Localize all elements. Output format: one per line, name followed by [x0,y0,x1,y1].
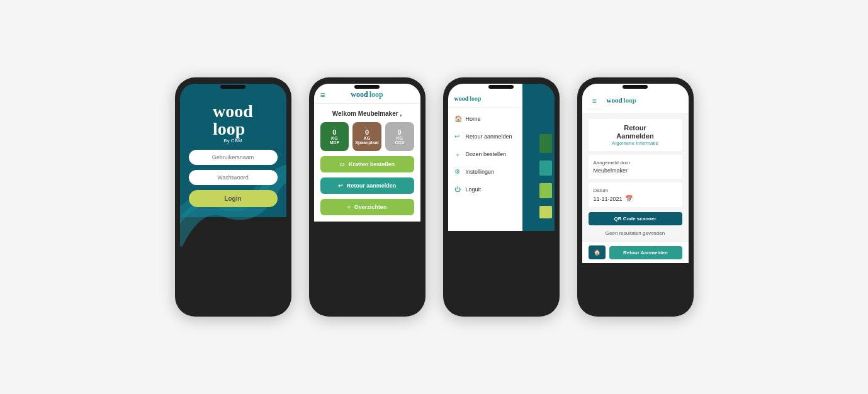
logo-cbm: By CBM [223,138,242,144]
aangemeld-door-value: Meubelmaker [594,167,677,174]
logo-loop: loop [213,120,245,138]
p4-title-box: RetourAanmelden Algomene Informatie [589,119,682,151]
phone3-right-panel [522,84,555,231]
color-bar-2 [539,160,552,176]
password-input[interactable] [189,170,278,185]
aangemeld-door-label: Aangemeld door [594,160,677,166]
p4-header: ≡ wood loop [582,84,689,114]
phone-4-screen: ≡ wood loop RetourAanmelden Algomene Inf… [582,84,689,310]
kratten-btn[interactable]: ▭ Kratten bestellen [320,156,414,172]
home-icon: 🏠 [454,115,462,123]
login-logo-area: wood loop By CBM [213,103,253,150]
login-screen: wood loop By CBM Login [180,84,286,217]
header-logo-wood: wood [351,90,368,99]
phone-2-screen: ≡ wood loop Welkom Meubelmaker , 0 KG MD… [314,84,420,310]
menu-item-instellingen[interactable]: ⚙ Instellingen [448,163,522,181]
sidebar-logo-wood: wood [454,95,469,102]
color-bar-4 [539,206,552,218]
menu-item-retour[interactable]: ↩ Retour aanmelden [448,128,522,145]
hamburger-icon[interactable]: ≡ [320,90,325,100]
p4-logo-wood: wood [607,96,623,104]
p4-hamburger-icon[interactable]: ≡ [587,90,602,110]
retour-aanmelden-screen: ≡ wood loop RetourAanmelden Algomene Inf… [582,84,689,263]
sidebar-header: wood loop [448,90,522,108]
sidebar-logo-loop: loop [470,95,481,102]
menu-item-loguit[interactable]: ⏻ Loguit [448,181,522,198]
phone-3: wood loop 🏠 Home ↩ Retour aanmelden ＋ [443,77,560,317]
p4-content: RetourAanmelden Algomene Informatie Aang… [582,114,689,241]
p4-logo-loop: loop [624,96,636,104]
menu-item-dozen[interactable]: ＋ Dozen bestellen [448,145,522,163]
datum-box: Datum 11-11-2021 📅 [589,183,682,207]
color-bar-1 [539,134,552,153]
stat-spaanplaat: 0 KG Spaanplaat [352,122,381,151]
loguit-icon: ⏻ [454,186,462,193]
dashboard-screen: ≡ wood loop Welkom Meubelmaker , 0 KG MD… [314,84,420,222]
datum-label: Datum [594,188,677,193]
p4-retour-aanmelden-button[interactable]: Retour Aanmelden [609,246,682,259]
username-input[interactable] [189,150,278,165]
sidebar-menu: wood loop 🏠 Home ↩ Retour aanmelden ＋ [448,84,522,231]
phone-2: ≡ wood loop Welkom Meubelmaker , 0 KG MD… [309,77,426,317]
phone-1-screen: wood loop By CBM Login [180,84,286,310]
overzichten-icon: ≡ [347,204,351,210]
qr-scanner-button[interactable]: QR Code scanner [589,212,682,225]
logo-wood: wood [213,103,253,120]
retour-menu-icon: ↩ [454,133,462,140]
datum-value: 11-11-2021 [594,196,623,202]
stat-co2: 0 KG CO2 [385,122,414,151]
welcome-text: Welkom Meubelmaker , [320,110,414,117]
p4-subtitle: Algomene Informatie [594,140,677,146]
p4-header-logo: wood loop [607,96,636,104]
menu-item-home[interactable]: 🏠 Home [448,110,522,128]
phone-4: ≡ wood loop RetourAanmelden Algomene Inf… [577,77,694,317]
p4-title: RetourAanmelden [594,124,677,140]
menu-screen: wood loop 🏠 Home ↩ Retour aanmelden ＋ [448,84,555,231]
p4-home-button[interactable]: 🏠 [589,245,606,259]
dozen-icon: ＋ [454,150,462,158]
login-form: Login [189,150,278,207]
instellingen-icon: ⚙ [454,168,462,176]
kratten-icon: ▭ [339,161,345,167]
retour-btn[interactable]: ↩ Retour aanmelden [320,177,414,194]
header-logo: wood loop [351,90,383,99]
header-logo-loop: loop [369,90,383,99]
phones-container: wood loop By CBM Login ≡ wood [156,59,713,335]
login-button[interactable]: Login [189,190,278,207]
dashboard-header: ≡ wood loop [314,84,420,104]
datum-row: 11-11-2021 📅 [594,195,677,202]
dashboard-content: Welkom Meubelmaker , 0 KG MDF 0 KG Spaan… [314,104,420,222]
login-logo: wood loop By CBM [213,103,253,144]
phone-3-screen: wood loop 🏠 Home ↩ Retour aanmelden ＋ [448,84,555,310]
aangemeld-door-box: Aangemeld door Meubelmaker [589,155,682,179]
color-bar-3 [539,183,552,198]
overzichten-btn[interactable]: ≡ Overzichten [320,199,414,215]
calendar-icon[interactable]: 📅 [625,195,633,202]
sidebar-logo: wood loop [454,95,516,102]
no-results-text: Geen resultaten gevonden [589,230,682,236]
stats-row: 0 KG MDF 0 KG Spaanplaat 0 KG CO2 [320,122,414,151]
p4-footer: 🏠 Retour Aanmelden [582,241,689,263]
phone-1: wood loop By CBM Login [175,77,291,317]
stat-mdf: 0 KG MDF [320,122,349,151]
retour-icon: ↩ [338,183,343,189]
